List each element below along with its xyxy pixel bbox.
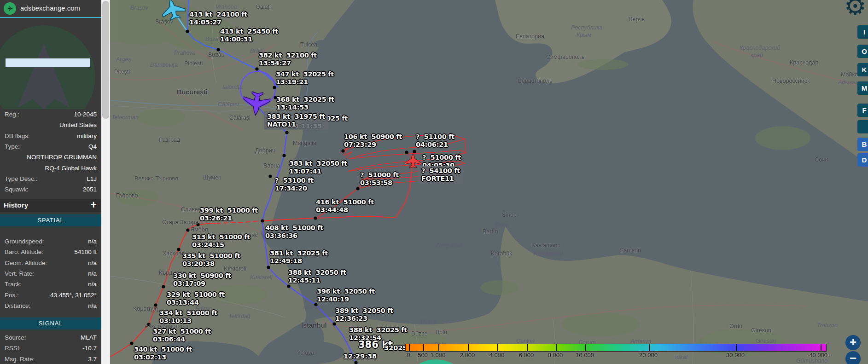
trail-label-line2: 03:53:58 <box>360 179 399 187</box>
trail-label-line1: 327 kt 51000 ft <box>153 328 211 335</box>
photo-scroll-bar[interactable] <box>6 58 90 67</box>
trail-label-line2: 03:24:15 <box>192 241 250 249</box>
trail-label-line2: 12:40:19 <box>317 295 375 303</box>
trail-label-line2: 03:06:44 <box>153 335 211 343</box>
sidebar-scrollbar-thumb[interactable] <box>102 1 109 119</box>
info-row-label: Type: <box>5 143 20 150</box>
legend-tick-label: 1 000 <box>431 352 446 358</box>
zoom-out-button[interactable]: − <box>845 351 861 364</box>
altitude-legend-bar <box>405 344 827 352</box>
map-tool-button-K[interactable]: K <box>857 63 868 76</box>
adsbx-logo-icon[interactable]: ✈ <box>4 2 16 15</box>
track-point-dot <box>255 67 258 70</box>
spatial-row-value: 43.455°, 31.052° <box>19 292 97 299</box>
spatial-row-label: Track: <box>5 281 22 288</box>
trail-label-line1: 330 kt 50900 ft <box>173 272 231 280</box>
legend-tick-label: 30 000 <box>726 352 745 358</box>
map-canvas[interactable]: BrașovBrașovVranceaGalațiTulceaBuzăuBuză… <box>0 0 868 364</box>
sidebar-scrollbar[interactable] <box>101 0 110 364</box>
signal-row-value: 3.7 <box>35 356 97 363</box>
track-point-dot <box>314 216 317 220</box>
settings-gear-icon[interactable]: ⚙ <box>844 0 866 21</box>
trail-label: 381 kt 32025 ft12:49:18 <box>270 249 328 265</box>
info-row-value: United States <box>5 121 97 128</box>
callsign-label-line2: NATO11 <box>267 121 325 128</box>
trail-label-line1: 399 kt 51000 ft <box>200 207 258 214</box>
signal-row-value: -10.7 <box>21 345 97 352</box>
trail-label: ? 51000 ft03:53:58 <box>360 171 399 187</box>
history-section-header: History + <box>0 199 101 212</box>
info-row-label: DB flags: <box>5 133 30 139</box>
info-row: DB flags:military <box>0 131 101 141</box>
spatial-row: Pos.:43.455°, 31.052° <box>0 289 101 300</box>
trail-label: ? 53100 ft17:34:20 <box>275 177 314 192</box>
legend-tick <box>409 344 410 351</box>
map-tool-button-O[interactable]: O <box>857 45 868 58</box>
trail-label: 313 kt 51000 ft03:24:15 <box>192 233 250 249</box>
trail-label-line1: 408 kt 51000 ft <box>265 224 323 232</box>
aircraft-info-rows: Reg.:10-2045United StatesDB flags:milita… <box>0 109 101 195</box>
callsign-label: 383 kt 31975 ftNATO11 <box>264 111 328 130</box>
track-point-dot <box>186 29 189 33</box>
trail-label-line1: 416 kt 51000 ft <box>316 198 374 206</box>
history-title: History <box>4 201 28 209</box>
info-row-label: Type Desc.: <box>5 175 37 182</box>
zoom-in-button[interactable]: + <box>845 335 861 350</box>
history-expand-button[interactable]: + <box>91 199 97 211</box>
trail-label-line2: 04:06:21 <box>416 141 454 149</box>
track-point-dot <box>282 154 285 157</box>
track-point-dot <box>356 187 359 190</box>
track-point-dot <box>177 248 180 251</box>
trail-label-line2: 03:26:21 <box>200 214 258 222</box>
trail-label-line2: 12:49:18 <box>270 257 328 265</box>
track-point-dot <box>130 341 133 345</box>
trail-label-line1: 347 kt 32025 ft <box>276 70 334 78</box>
signal-row: Source:MLAT <box>0 332 101 343</box>
info-row: Squawk:2051 <box>0 184 101 195</box>
track-point-dot <box>413 150 416 153</box>
trail-label: 106 kt 50900 ft07:23:29 <box>344 133 402 149</box>
info-row: Reg.:10-2045 <box>0 109 101 120</box>
spatial-row-label: Distance: <box>5 302 30 309</box>
map-tool-button-blank[interactable] <box>857 120 868 133</box>
map-tool-button-M[interactable]: M <box>857 81 868 95</box>
trail-label: 396 kt 32050 ft12:40:19 <box>317 288 375 303</box>
trail-label-line2: 03:17:09 <box>173 280 231 288</box>
spatial-row: Track:n/a <box>0 279 101 289</box>
trail-label-line1: 396 kt 32050 ft <box>317 288 375 295</box>
map-tool-button-I[interactable]: I <box>857 25 868 39</box>
trail-label: 334 kt 51000 ft03:10:13 <box>159 309 217 325</box>
track-point-dot <box>162 285 165 288</box>
trail-label: 335 kt 51000 ft03:20:38 <box>182 252 240 268</box>
callsign-label: ? 54100 ftFORTE11 <box>418 166 463 184</box>
trail-label-line1: 383 kt 32050 ft <box>289 160 347 168</box>
trail-label-line2: 14:05:27 <box>189 18 247 26</box>
hover-time: 12:29:38 <box>344 352 377 360</box>
track-point-dot <box>216 48 220 51</box>
legend-tick <box>497 344 498 351</box>
trail-label: 413 kt 24100 ft14:05:27 <box>189 11 247 26</box>
trail-label-line2: 03:36:36 <box>265 232 323 240</box>
map-tool-button-B[interactable]: B <box>857 138 868 151</box>
legend-tick-label: 2 000 <box>460 352 475 358</box>
legend-tick-label: 8 000 <box>548 352 563 358</box>
trail-label: 368 kt 32025 ft13:14:53 <box>276 96 334 111</box>
callsign-label-line1: 383 kt 31975 ft <box>267 113 325 121</box>
trail-label-line2: 14:00:31 <box>220 35 278 43</box>
map-tool-button-D[interactable]: D <box>857 153 868 167</box>
spatial-row: Distance:n/a <box>0 300 101 311</box>
map-tool-button-F[interactable]: F <box>857 104 868 117</box>
legend-tick <box>649 344 650 351</box>
track-point-dot <box>186 228 189 231</box>
trail-label-line1: 413 kt 24100 ft <box>189 11 247 18</box>
trail-label-line1: 340 kt 51000 ft <box>134 346 192 353</box>
track-point-dot <box>285 131 288 134</box>
track-point-dot <box>405 150 408 154</box>
brand-title: adsbexchange.com <box>20 4 80 12</box>
info-row-label: Squawk: <box>5 186 29 193</box>
trail-label: 388 kt 32050 ft12:45:11 <box>288 269 346 284</box>
signal-row-value: MLAT <box>26 334 97 341</box>
legend-tick <box>736 344 737 351</box>
info-row: RQ-4 Global Hawk <box>0 162 101 173</box>
trail-label-line1: 334 kt 51000 ft <box>159 309 217 317</box>
